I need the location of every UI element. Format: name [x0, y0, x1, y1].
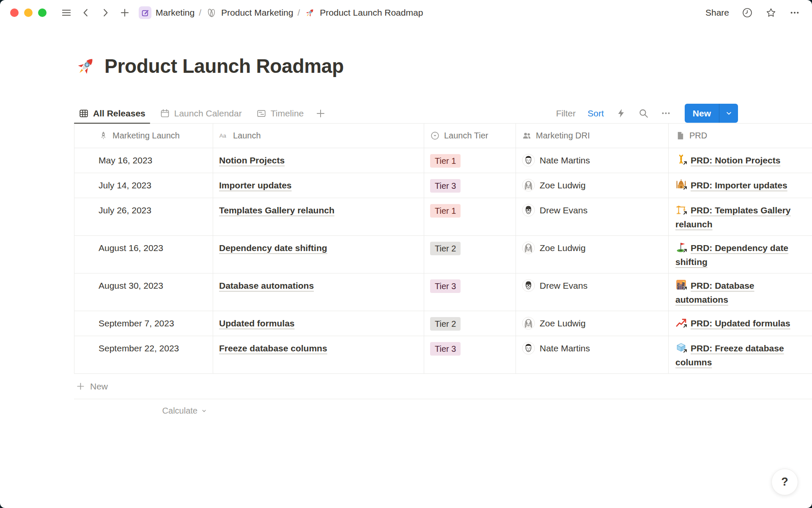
column-header-launch[interactable]: Aa Launch [213, 124, 424, 148]
marketing-dri-cell[interactable]: Drew Evans [516, 198, 669, 235]
new-button-label[interactable]: New [685, 104, 719, 123]
tier-badge[interactable]: Tier 2 [430, 317, 461, 331]
sidebar-menu-icon[interactable] [61, 7, 72, 18]
person-chip[interactable]: Zoe Ludwig [522, 178, 663, 192]
help-button[interactable]: ? [771, 469, 798, 495]
launch-title-cell[interactable]: Freeze database columns [213, 336, 424, 373]
marketing-dri-cell[interactable]: Zoe Ludwig [516, 311, 669, 336]
person-chip[interactable]: Drew Evans [522, 279, 663, 293]
marketing-launch-date-cell[interactable]: August 30, 2023 [74, 273, 213, 311]
share-button[interactable]: Share [705, 8, 729, 18]
forward-icon[interactable] [100, 7, 111, 18]
launch-title-cell[interactable]: Updated formulas [213, 311, 424, 336]
launch-page-link[interactable]: Notion Projects [219, 155, 285, 165]
column-header-launch-tier[interactable]: Launch Tier [424, 124, 516, 148]
person-chip[interactable]: Zoe Ludwig [522, 316, 663, 330]
filter-button[interactable]: Filter [556, 108, 576, 119]
launch-page-link[interactable]: Updated formulas [219, 318, 295, 328]
new-button[interactable]: New [685, 104, 738, 123]
marketing-dri-cell[interactable]: Zoe Ludwig [516, 236, 669, 273]
launch-tier-cell[interactable]: Tier 1 [424, 148, 516, 173]
prd-cell[interactable]: PRD: Updated formulas [669, 311, 812, 336]
launch-page-link[interactable]: Database automations [219, 281, 314, 290]
breadcrumb-item-marketing[interactable]: Marketing [139, 6, 195, 19]
launch-tier-cell[interactable]: Tier 2 [424, 236, 516, 273]
marketing-launch-date-cell[interactable]: July 14, 2023 [74, 173, 213, 198]
launch-title-cell[interactable]: Database automations [213, 273, 424, 311]
person-chip[interactable]: Nate Martins [522, 341, 663, 355]
prd-cell[interactable]: PRD: Database automations [669, 273, 812, 311]
automations-bolt-icon[interactable] [616, 108, 626, 119]
prd-page-link[interactable]: PRD: Updated formulas [691, 318, 790, 328]
prd-cell[interactable]: PRD: Notion Projects [669, 148, 812, 173]
prd-cell[interactable]: PRD: Freeze database columns [669, 336, 812, 373]
prd-page-link[interactable]: PRD: Templates Gallery relaunch [675, 205, 791, 229]
person-chip[interactable]: Drew Evans [522, 203, 663, 217]
prd-cell[interactable]: PRD: Importer updates [669, 173, 812, 198]
new-row-button[interactable]: New [74, 374, 812, 399]
back-icon[interactable] [80, 7, 91, 18]
tier-badge[interactable]: Tier 3 [430, 279, 461, 293]
add-view-icon[interactable] [315, 108, 326, 119]
new-page-icon[interactable] [119, 7, 130, 18]
launch-tier-cell[interactable]: Tier 1 [424, 198, 516, 235]
page-title-text[interactable]: Product Launch Roadmap [104, 55, 344, 77]
table-row: September 7, 2023 Updated formulas Tier … [74, 311, 812, 336]
marketing-launch-date-cell[interactable]: September 7, 2023 [74, 311, 213, 336]
person-chip[interactable]: Zoe Ludwig [522, 241, 663, 255]
column-header-marketing-dri[interactable]: Marketing DRI [516, 124, 669, 148]
marketing-launch-date-cell[interactable]: August 16, 2023 [74, 236, 213, 273]
close-window-button[interactable] [10, 8, 19, 17]
launch-title-cell[interactable]: Notion Projects [213, 148, 424, 173]
prd-page-link[interactable]: PRD: Freeze database columns [675, 343, 784, 367]
person-chip[interactable]: Nate Martins [522, 153, 663, 167]
column-header-marketing-launch[interactable]: Marketing Launch [74, 124, 213, 148]
rocket-icon[interactable] [74, 55, 97, 78]
launch-tier-cell[interactable]: Tier 3 [424, 336, 516, 373]
tier-badge[interactable]: Tier 3 [430, 179, 461, 193]
tab-timeline[interactable]: Timeline [252, 103, 309, 123]
tier-badge[interactable]: Tier 3 [430, 342, 461, 356]
prd-cell[interactable]: PRD: Dependency date shifting [669, 236, 812, 273]
marketing-dri-cell[interactable]: Nate Martins [516, 336, 669, 373]
marketing-launch-date-cell[interactable]: May 16, 2023 [74, 148, 213, 173]
launch-title-cell[interactable]: Templates Gallery relaunch [213, 198, 424, 235]
zoom-window-button[interactable] [38, 8, 47, 17]
prd-page-link[interactable]: PRD: Importer updates [691, 180, 787, 190]
launch-tier-cell[interactable]: Tier 2 [424, 311, 516, 336]
prd-cell[interactable]: PRD: Templates Gallery relaunch [669, 198, 812, 235]
sort-button[interactable]: Sort [587, 108, 604, 119]
tier-badge[interactable]: Tier 2 [430, 242, 461, 255]
marketing-launch-date-cell[interactable]: July 26, 2023 [74, 198, 213, 235]
marketing-launch-date-cell[interactable]: September 22, 2023 [74, 336, 213, 373]
tier-badge[interactable]: Tier 1 [430, 204, 461, 218]
launch-tier-cell[interactable]: Tier 3 [424, 173, 516, 198]
launch-tier-cell[interactable]: Tier 3 [424, 273, 516, 311]
marketing-dri-cell[interactable]: Drew Evans [516, 273, 669, 311]
tab-all-releases[interactable]: All Releases [74, 103, 150, 123]
tab-launch-calendar[interactable]: Launch Calendar [155, 103, 247, 123]
minimize-window-button[interactable] [24, 8, 33, 17]
breadcrumb-item-product-launch-roadmap[interactable]: Product Launch Roadmap [304, 7, 423, 19]
updates-clock-icon[interactable] [742, 7, 753, 18]
column-header-prd[interactable]: PRD [669, 124, 812, 148]
favorite-star-icon[interactable] [765, 7, 776, 18]
more-options-icon[interactable] [789, 7, 800, 18]
marketing-dri-cell[interactable]: Nate Martins [516, 148, 669, 173]
launch-title-cell[interactable]: Importer updates [213, 173, 424, 198]
prd-page-link[interactable]: PRD: Notion Projects [691, 155, 780, 165]
view-settings-icon[interactable] [661, 108, 671, 119]
tier-badge[interactable]: Tier 1 [430, 154, 461, 168]
new-dropdown-button[interactable] [719, 104, 738, 123]
search-icon[interactable] [638, 108, 649, 119]
prd-page-link[interactable]: PRD: Dependency date shifting [675, 243, 788, 267]
breadcrumb-item-product-marketing[interactable]: Product Marketing [206, 7, 293, 19]
launch-page-link[interactable]: Templates Gallery relaunch [219, 205, 335, 215]
marketing-dri-cell[interactable]: Zoe Ludwig [516, 173, 669, 198]
launch-page-link[interactable]: Freeze database columns [219, 343, 327, 353]
launch-page-link[interactable]: Dependency date shifting [219, 243, 327, 253]
calculate-button[interactable]: Calculate [74, 399, 213, 422]
text-property-icon: Aa [219, 131, 229, 141]
launch-page-link[interactable]: Importer updates [219, 180, 292, 190]
launch-title-cell[interactable]: Dependency date shifting [213, 236, 424, 273]
